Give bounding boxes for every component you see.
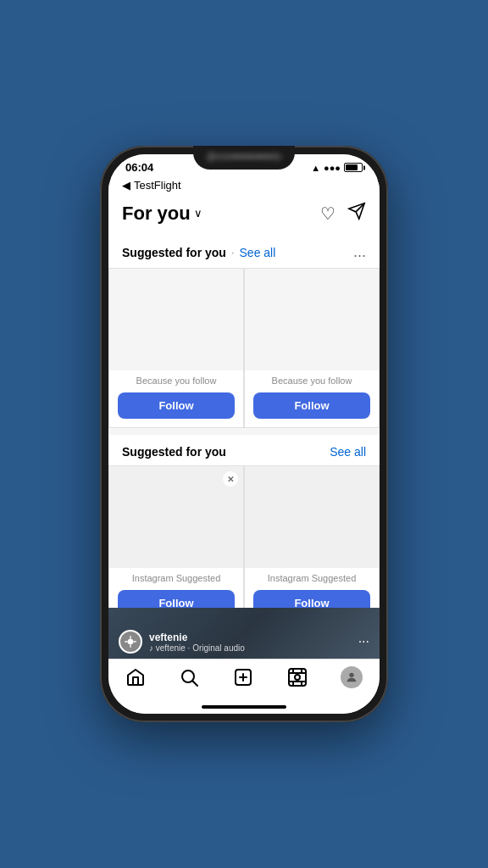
card2-body: Because you follow Follow: [245, 370, 379, 427]
reel-preview[interactable]: veftenie ♪ veftenie · Original audio ···: [108, 608, 380, 659]
follow-button-2[interactable]: Follow: [253, 392, 370, 419]
back-nav[interactable]: ◀ TestFlight: [108, 177, 380, 195]
header-title-group[interactable]: For you ∨: [122, 203, 202, 225]
back-chevron-icon: ◀: [122, 179, 130, 192]
page-title: For you: [122, 203, 191, 225]
phone-screen: 06:04 ▲ ●●● ◀ TestFlight For you ∨ ♡: [108, 154, 380, 714]
card2-subtitle: Because you follow: [253, 376, 370, 386]
wifi-icon: ▲: [311, 163, 320, 173]
card3-body: Instagram Suggested Follow: [109, 568, 243, 608]
card3-subtitle: Instagram Suggested: [118, 573, 235, 583]
suggested-card-1: Because you follow Follow: [108, 268, 244, 428]
section1-more-icon[interactable]: ...: [353, 243, 366, 261]
reel-audio: ♪ veftenie · Original audio: [149, 643, 352, 653]
section1-title: Suggested for you: [122, 246, 226, 259]
status-time: 06:04: [125, 161, 153, 174]
svg-point-16: [350, 673, 354, 677]
instagram-card-2: Instagram Suggested Follow: [244, 465, 380, 608]
follow-button-3[interactable]: Follow: [118, 590, 235, 608]
nav-reels[interactable]: [287, 667, 308, 687]
battery-icon: [344, 163, 363, 172]
bottom-nav: [108, 659, 380, 702]
section2-see-all[interactable]: See all: [330, 445, 366, 459]
section1-dot: ·: [231, 246, 235, 259]
notch: @one●●●●●●●du: [193, 146, 295, 170]
signal-icon: ●●●: [324, 163, 341, 173]
blurred-username: @one●●●●●●●du: [207, 151, 281, 161]
follow-button-4[interactable]: Follow: [253, 590, 370, 608]
home-indicator: [202, 705, 286, 709]
card1-image: [109, 269, 243, 370]
heart-icon[interactable]: ♡: [320, 203, 336, 224]
header-actions: ♡: [320, 202, 366, 225]
reel-more-icon[interactable]: ···: [358, 634, 369, 649]
instagram-card-1: ✕ Instagram Suggested Follow: [108, 465, 244, 608]
main-content: Suggested for you · See all ... Because …: [108, 233, 380, 608]
section1-title-group: Suggested for you · See all: [122, 246, 275, 259]
section-suggested-follow: Suggested for you · See all ... Because …: [108, 233, 380, 428]
nav-profile[interactable]: [341, 666, 363, 688]
section2-cards: ✕ Instagram Suggested Follow Instagram S…: [108, 465, 380, 608]
svg-rect-8: [289, 669, 306, 686]
card4-body: Instagram Suggested Follow: [245, 568, 379, 608]
reel-info-bar: veftenie ♪ veftenie · Original audio ···: [108, 623, 380, 659]
card4-subtitle: Instagram Suggested: [253, 573, 370, 583]
reel-username: veftenie: [149, 632, 352, 643]
section1-cards: Because you follow Follow Because you fo…: [108, 268, 380, 428]
svg-point-2: [128, 639, 134, 645]
section-instagram-suggested: Suggested for you See all ✕ Instagram Su…: [108, 435, 380, 608]
nav-home[interactable]: [125, 667, 146, 687]
card1-subtitle: Because you follow: [118, 376, 235, 386]
profile-avatar: [341, 666, 363, 688]
home-bar: [108, 702, 380, 714]
nav-create[interactable]: [233, 667, 253, 687]
card2-image: [245, 269, 379, 370]
card4-image: [245, 466, 379, 568]
app-header: For you ∨ ♡: [108, 195, 380, 233]
card1-body: Because you follow Follow: [109, 370, 243, 427]
back-label: TestFlight: [134, 179, 181, 192]
follow-button-1[interactable]: Follow: [118, 392, 235, 419]
reel-text-info: veftenie ♪ veftenie · Original audio: [149, 632, 352, 653]
status-icons: ▲ ●●●: [311, 163, 363, 173]
send-icon[interactable]: [347, 202, 366, 225]
svg-point-9: [295, 675, 300, 680]
card3-image: ✕: [109, 466, 243, 568]
title-chevron-icon: ∨: [194, 207, 202, 220]
section1-header: Suggested for you · See all ...: [108, 233, 380, 268]
section2-header: Suggested for you See all: [108, 435, 380, 465]
phone-frame: @one●●●●●●●du 06:04 ▲ ●●● ◀ TestFlight F…: [100, 146, 388, 722]
section1-see-all[interactable]: See all: [240, 246, 276, 259]
section2-title: Suggested for you: [122, 445, 226, 459]
nav-search[interactable]: [179, 667, 199, 687]
svg-line-4: [193, 682, 198, 687]
reel-avatar: [119, 630, 142, 654]
suggested-card-2: Because you follow Follow: [244, 268, 380, 428]
dismiss-button-1[interactable]: ✕: [223, 471, 238, 487]
